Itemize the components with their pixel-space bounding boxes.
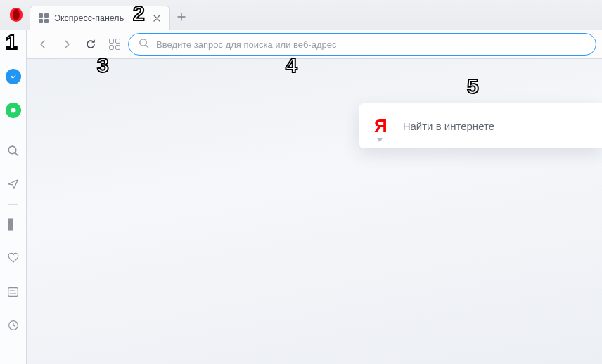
sidebar-separator xyxy=(8,204,18,205)
sidebar-bookmarks[interactable] xyxy=(4,249,23,267)
sidebar-history[interactable] xyxy=(4,316,23,334)
grid-icon xyxy=(109,39,120,50)
chevron-right-icon xyxy=(62,39,72,49)
plus-icon xyxy=(177,13,186,21)
speed-dial-page: Я Найти в интернете xyxy=(27,59,602,364)
navbar xyxy=(27,30,602,59)
messenger-icon xyxy=(6,69,21,84)
close-icon xyxy=(153,15,160,22)
chevron-left-icon xyxy=(38,39,48,49)
opera-menu-button[interactable] xyxy=(7,6,25,24)
address-input[interactable] xyxy=(156,39,586,50)
yandex-search-box[interactable]: Я Найти в интернете xyxy=(359,103,602,148)
search-icon xyxy=(139,38,149,51)
news-icon xyxy=(7,286,19,298)
sidebar-messenger[interactable] xyxy=(4,67,23,86)
send-icon xyxy=(7,178,20,190)
titlebar: Экспресс-панель xyxy=(0,0,602,30)
sidebar-search[interactable] xyxy=(4,141,23,160)
sidebar-separator xyxy=(8,131,18,131)
address-bar[interactable] xyxy=(128,33,596,56)
tab-title: Экспресс-панель xyxy=(54,13,124,23)
sidebar xyxy=(0,30,27,364)
speed-dial-icon xyxy=(39,13,49,23)
active-tab[interactable]: Экспресс-панель xyxy=(30,6,170,30)
yandex-logo: Я xyxy=(374,117,388,135)
tab-close-button[interactable] xyxy=(151,13,162,24)
whatsapp-icon xyxy=(6,103,21,118)
new-tab-button[interactable] xyxy=(170,6,193,28)
yandex-logo-letter: Я xyxy=(374,115,388,136)
sidebar-news[interactable] xyxy=(4,282,23,301)
yandex-search-placeholder: Найти в интернете xyxy=(403,120,494,132)
dropdown-caret-icon xyxy=(377,138,383,142)
svg-point-2 xyxy=(14,10,18,20)
speed-dial-button[interactable] xyxy=(104,34,125,55)
forward-button[interactable] xyxy=(56,34,77,55)
back-button[interactable] xyxy=(32,34,53,55)
grid-icon xyxy=(8,219,19,230)
clock-icon xyxy=(7,319,20,332)
opera-icon xyxy=(8,7,24,22)
reload-button[interactable] xyxy=(80,34,101,55)
heart-icon xyxy=(7,252,20,264)
sidebar-whatsapp[interactable] xyxy=(4,101,23,119)
sidebar-flow[interactable] xyxy=(4,175,23,193)
reload-icon xyxy=(85,39,96,50)
sidebar-speed-dials[interactable] xyxy=(4,215,23,233)
search-icon xyxy=(7,145,19,157)
